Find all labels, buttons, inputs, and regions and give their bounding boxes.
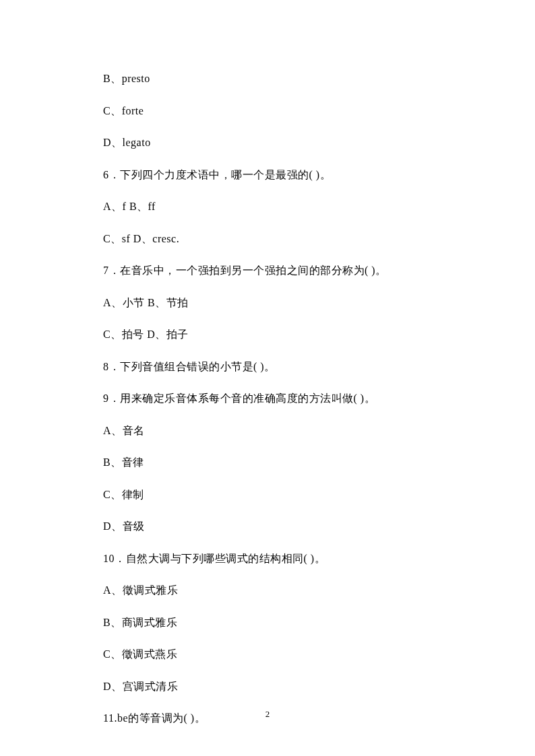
text-line: C、forte [103, 104, 447, 118]
text-line: D、宫调式清乐 [103, 680, 447, 694]
text-line: B、presto [103, 72, 447, 86]
text-line: 8．下列音值组合错误的小节是( )。 [103, 360, 447, 374]
text-line: C、律制 [103, 488, 447, 502]
text-line: B、音律 [103, 456, 447, 470]
text-line: A、徵调式雅乐 [103, 584, 447, 598]
text-line: 6．下列四个力度术语中，哪一个是最强的( )。 [103, 168, 447, 182]
text-line: A、小节 B、节拍 [103, 296, 447, 310]
page-number: 2 [0, 709, 535, 720]
text-line: C、拍号 D、拍子 [103, 328, 447, 342]
text-line: A、音名 [103, 424, 447, 438]
text-line: D、音级 [103, 520, 447, 534]
text-line: C、sf D、cresc. [103, 232, 447, 246]
text-line: D、legato [103, 136, 447, 150]
document-content: B、presto C、forte D、legato 6．下列四个力度术语中，哪一… [103, 72, 447, 744]
text-line: 10．自然大调与下列哪些调式的结构相同( )。 [103, 552, 447, 566]
text-line: B、商调式雅乐 [103, 616, 447, 630]
text-line: 9．用来确定乐音体系每个音的准确高度的方法叫做( )。 [103, 392, 447, 406]
text-line: 7．在音乐中，一个强拍到另一个强拍之间的部分称为( )。 [103, 264, 447, 278]
text-line: C、徵调式燕乐 [103, 648, 447, 662]
text-line: A、f B、ff [103, 200, 447, 214]
